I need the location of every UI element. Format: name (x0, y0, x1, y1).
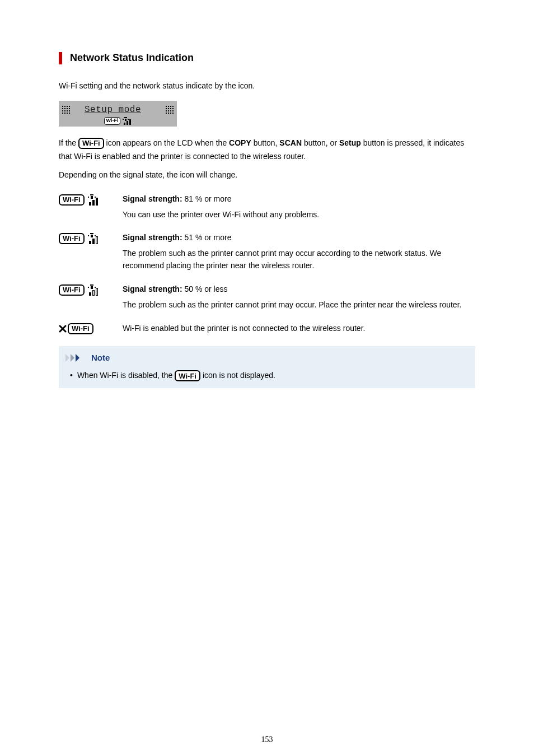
svg-rect-17 (168, 106, 169, 107)
svg-rect-25 (168, 110, 169, 111)
depending-text: Depending on the signal state, the icon … (59, 169, 475, 181)
signal-title: Signal strength: 50 % or less (123, 283, 475, 295)
wifi-badge-icon: Wi-Fi (59, 233, 85, 244)
lcd-title: Setup mode (85, 103, 141, 116)
section-heading: Network Status Indication (59, 50, 475, 66)
svg-rect-8 (62, 110, 63, 111)
signal-row-51: Wi-Fi Signal strength: 51 % or more The … (59, 232, 475, 272)
lcd-line-1: Setup mode (59, 103, 177, 116)
signal-row-disconnected: Wi-Fi Wi-Fi is enabled but the printer i… (59, 322, 475, 334)
svg-rect-36 (124, 123, 125, 125)
svg-rect-48 (95, 235, 96, 236)
svg-rect-1 (64, 106, 65, 107)
svg-rect-28 (166, 113, 167, 114)
lcd-line-2: Wi-Fi (59, 117, 177, 125)
bullet-icon: • (70, 370, 73, 381)
svg-rect-2 (67, 106, 68, 107)
signal-desc: You can use the printer over Wi-Fi witho… (123, 208, 475, 221)
signal-strength-label: Signal strength: (123, 194, 182, 203)
svg-rect-46 (88, 235, 89, 236)
svg-rect-56 (91, 286, 93, 289)
svg-rect-52 (96, 237, 97, 244)
signal-bars-weak-icon (88, 284, 99, 296)
svg-rect-39 (88, 197, 89, 198)
svg-rect-34 (128, 119, 129, 120)
dot-grid-icon (162, 106, 177, 114)
svg-rect-32 (123, 119, 124, 120)
wifi-badge-icon: Wi-Fi (59, 194, 85, 206)
signal-icon-50: Wi-Fi (59, 283, 114, 311)
svg-rect-42 (91, 196, 93, 199)
svg-rect-18 (170, 106, 171, 107)
svg-rect-11 (69, 110, 70, 111)
signal-strength-value: 51 % or more (182, 233, 232, 242)
setup-button-label: Setup (339, 138, 361, 147)
note-title: Note (91, 352, 110, 365)
signal-row-50: Wi-Fi Signal strength: 50 % or less The … (59, 283, 475, 311)
wifi-badge-icon: Wi-Fi (78, 138, 104, 149)
wifi-badge-icon: Wi-Fi (104, 117, 121, 125)
note-header: Note (65, 352, 469, 365)
signal-icon-disconnected: Wi-Fi (59, 322, 114, 334)
svg-rect-22 (170, 108, 171, 109)
x-icon (59, 325, 67, 333)
signal-title: Signal strength: 51 % or more (123, 232, 475, 244)
svg-rect-23 (172, 108, 174, 109)
signal-strength-value: 50 % or less (182, 284, 228, 293)
svg-rect-20 (166, 108, 167, 109)
svg-rect-21 (168, 108, 169, 109)
svg-rect-15 (69, 113, 70, 114)
svg-rect-41 (95, 197, 96, 198)
svg-rect-47 (90, 233, 93, 234)
svg-rect-58 (92, 290, 94, 295)
page-number: 153 (0, 734, 534, 745)
signal-icon-81: Wi-Fi (59, 193, 114, 221)
text-fragment: icon appears on the LCD when the (106, 138, 229, 147)
svg-rect-29 (168, 113, 169, 114)
red-accent-bar (59, 52, 62, 64)
wifi-badge-icon: Wi-Fi (68, 323, 93, 334)
svg-rect-12 (62, 113, 63, 114)
text-fragment: button, or (304, 138, 339, 147)
svg-rect-30 (170, 113, 171, 114)
signal-strength-label: Signal strength: (123, 284, 182, 293)
svg-rect-24 (166, 110, 167, 111)
svg-rect-26 (170, 110, 171, 111)
wifi-badge-icon: Wi-Fi (59, 284, 85, 296)
svg-rect-40 (90, 194, 93, 195)
svg-rect-54 (90, 284, 93, 286)
svg-rect-9 (64, 110, 65, 111)
svg-rect-50 (89, 241, 91, 244)
chevrons-icon (65, 354, 87, 362)
svg-rect-38 (129, 119, 131, 125)
svg-rect-4 (62, 108, 63, 109)
svg-rect-49 (91, 235, 93, 237)
copy-button-label: COPY (229, 138, 251, 147)
signal-bars-icon (123, 117, 132, 125)
svg-rect-19 (172, 106, 174, 107)
svg-rect-53 (88, 287, 89, 288)
signal-icon-51: Wi-Fi (59, 232, 114, 272)
svg-rect-16 (166, 106, 167, 107)
text-fragment: When Wi-Fi is disabled, the (77, 370, 172, 381)
svg-rect-13 (64, 113, 65, 114)
signal-desc: The problem such as the printer cannot p… (123, 298, 475, 311)
dot-grid-icon (59, 106, 73, 114)
svg-rect-33 (124, 117, 127, 118)
svg-rect-57 (89, 292, 91, 296)
signal-desc: The problem such as the printer cannot p… (123, 247, 475, 272)
svg-rect-35 (125, 119, 127, 121)
svg-rect-31 (172, 113, 174, 114)
text-fragment: icon is not displayed. (203, 370, 275, 381)
note-item: • When Wi-Fi is disabled, the Wi-Fi icon… (65, 370, 469, 381)
svg-rect-0 (62, 106, 63, 107)
text-fragment: If the (59, 138, 78, 147)
svg-rect-27 (172, 110, 174, 111)
signal-desc: Wi-Fi is enabled but the printer is not … (123, 322, 475, 334)
svg-rect-5 (64, 108, 65, 109)
svg-rect-6 (67, 108, 68, 109)
svg-rect-51 (92, 239, 95, 244)
svg-rect-59 (96, 288, 97, 295)
svg-rect-55 (95, 287, 96, 288)
signal-title: Signal strength: 81 % or more (123, 193, 475, 205)
